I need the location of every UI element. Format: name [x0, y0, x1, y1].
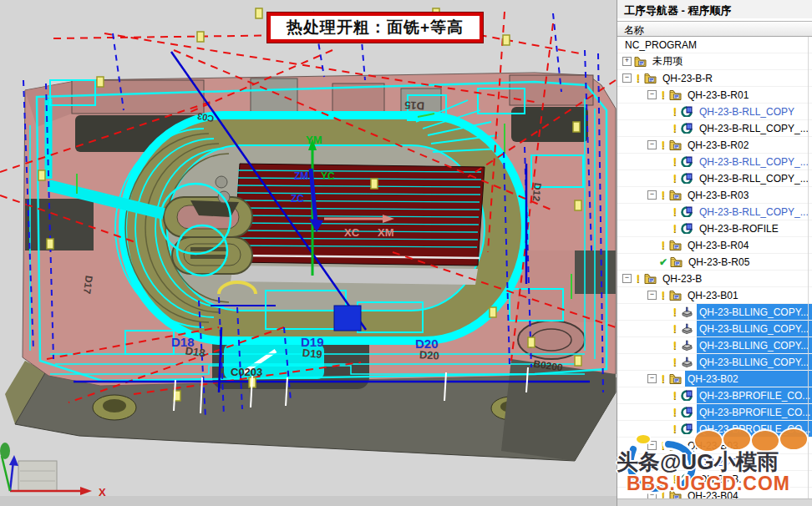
collapse-icon[interactable]: − [647, 374, 657, 383]
collapse-icon[interactable]: − [622, 73, 632, 83]
tree-row[interactable]: !QH-23-B... [617, 454, 812, 471]
engraved-d12: D12 [530, 182, 543, 202]
folder-icon [669, 373, 683, 384]
panel-title: 工序导航器 - 程序顺序 [617, 0, 812, 18]
exclamation-icon: ! [671, 205, 679, 218]
exclamation-icon: ! [671, 473, 679, 485]
engraved-c0203: C0203 [231, 366, 262, 378]
op-icon [681, 123, 695, 134]
tree-row[interactable]: !QH-23-BPROFILE_CO... [617, 421, 812, 438]
collapse-icon[interactable]: − [647, 190, 657, 200]
tree-row[interactable]: −!QH-23-B [617, 271, 812, 287]
tree-row[interactable]: !QH-23-B-RLL_COPY_... [617, 170, 812, 187]
tree-row[interactable]: −!QH-23-B03 [617, 438, 812, 454]
tree-row[interactable]: !QH-23-BLLING_COPY... [617, 354, 812, 371]
axis-label-zc: ZC [291, 193, 304, 205]
cad-model-view: YM YC ZM ZC XC XM D15 C03 D17 D12 D18 D1… [0, 0, 617, 506]
graphics-viewport[interactable]: YM YC ZM ZC XC XM D15 C03 D17 D12 D18 D1… [0, 0, 617, 506]
op-icon [681, 206, 695, 217]
tree-row[interactable]: !QH-23-B-RLL_COPY_... [617, 204, 812, 220]
tree-row[interactable]: !QH-23-BLLING_COPY... [617, 337, 812, 354]
axis-label-zm: ZM [294, 170, 308, 182]
engraved-d15: D15 [404, 99, 425, 112]
tree-row[interactable]: NC_PROGRAM [617, 37, 812, 53]
folder-icon [669, 139, 683, 150]
exclamation-icon: ! [671, 339, 679, 352]
tree-row-label: QH-23-B-RLL_COPY [697, 104, 812, 119]
operation-tree[interactable]: NC_PROGRAM+未用项−!QH-23-B-R−!QH-23-B-R01!Q… [617, 37, 812, 499]
tree-row-label: QH-23-B-R02 [685, 137, 812, 153]
annotation-banner: 热处理开粗：面铣+等高 [267, 13, 483, 43]
tree-row[interactable]: !QH-23-B-RLL_COPY [617, 104, 812, 120]
tree-row[interactable]: −!QH-23-B-R02 [617, 137, 812, 154]
tree-row-label: QH-23-BLLING_COPY... [697, 304, 812, 320]
tree-row-label: QH-23-BPROFILE_CO... [697, 404, 812, 420]
tree-row-label: QH-23-B-RLL_COPY_... [697, 170, 812, 186]
tree-row-label: QH-23-B-RLL_COPY_... [697, 120, 812, 136]
tree-row-label: QH-23-BLLING_COPY... [697, 354, 812, 370]
collapse-icon[interactable]: − [647, 140, 657, 149]
exclamation-icon: ! [659, 289, 667, 301]
tree-row-label: QH-23-B-RLL_COPY_... [697, 204, 812, 220]
op-icon [681, 423, 695, 434]
folder-icon [670, 256, 684, 267]
tree-row-label: QH-23-B... [697, 471, 812, 487]
folder-icon [644, 273, 658, 284]
tree-row[interactable]: −!QH-23-B04 [617, 488, 812, 499]
exclamation-icon: ! [659, 89, 667, 101]
exclamation-icon: ! [659, 439, 667, 452]
tree-row-label: QH-23-B-R05 [686, 254, 812, 270]
exclamation-icon: ! [671, 423, 679, 435]
exclamation-icon: ! [659, 189, 667, 201]
exclamation-icon: ! [659, 372, 667, 385]
application-window: YM YC ZM ZC XC XM D15 C03 D17 D12 D18 D1… [0, 0, 812, 506]
op-icon [681, 473, 695, 484]
tree-row[interactable]: !QH-23-B-RLL_COPY_... [617, 120, 812, 137]
column-header-name[interactable]: 名称 [617, 21, 812, 37]
tree-row-label: QH-23-B-R03 [685, 187, 812, 203]
banner-text: 热处理开粗：面铣+等高 [287, 17, 464, 38]
folder-icon [669, 89, 683, 100]
tree-row-label: QH-23-B [660, 271, 812, 286]
exclamation-icon: ! [659, 239, 667, 251]
tree-row[interactable]: !QH-23-B... [617, 471, 812, 488]
check-icon: ✔ [659, 256, 669, 268]
tree-row[interactable]: −!QH-23-B-R [617, 70, 812, 87]
tree-row[interactable]: ✔QH-23-B-R05 [617, 254, 812, 271]
exclamation-icon: ! [671, 306, 679, 318]
folder-icon [669, 290, 683, 301]
tree-row[interactable]: !QH-23-B-R04 [617, 237, 812, 254]
collapse-icon[interactable]: − [647, 441, 657, 450]
tree-row[interactable]: !QH-23-B-RLL_COPY_... [617, 154, 812, 170]
tree-row[interactable]: !QH-23-BPROFILE_CO... [617, 387, 812, 404]
tree-row-label: QH-23-B03 [685, 438, 812, 453]
collapse-icon[interactable]: − [647, 90, 657, 99]
tree-row-label: QH-23-BPROFILE_CO... [697, 387, 812, 403]
tree-row[interactable]: !QH-23-BPROFILE_CO... [617, 404, 812, 421]
tree-row[interactable]: −!QH-23-B-R01 [617, 87, 812, 104]
exclamation-icon: ! [671, 172, 679, 185]
collapse-icon[interactable]: − [647, 291, 657, 300]
collapse-icon[interactable]: − [622, 274, 632, 283]
exclamation-icon: ! [671, 456, 679, 468]
axis-label-xc: XC [344, 226, 360, 239]
horizontal-scrollbar[interactable] [617, 498, 812, 506]
tree-row[interactable]: +未用项 [617, 53, 812, 70]
tree-row[interactable]: −!QH-23-B01 [617, 287, 812, 304]
tree-row[interactable]: −!QH-23-B-R03 [617, 187, 812, 204]
op-icon [681, 223, 695, 234]
tree-row[interactable]: !QH-23-BLLING_COPY... [617, 321, 812, 337]
op-icon [681, 407, 695, 417]
folder-icon [634, 56, 648, 67]
tree-row-label: QH-23-B04 [685, 488, 812, 499]
tree-row-label: QH-23-B02 [685, 371, 812, 387]
tree-row[interactable]: −!QH-23-B02 [617, 371, 812, 387]
axis-label-yc: YC [321, 170, 335, 182]
tree-row[interactable]: !QH-23-B-ROFILE [617, 220, 812, 237]
tree-row[interactable]: !QH-23-BLLING_COPY... [617, 304, 812, 321]
exclamation-icon: ! [671, 406, 679, 418]
label-d19: D19 [301, 335, 324, 349]
expand-icon[interactable]: + [622, 57, 632, 66]
tree-row-label: QH-23-BLLING_COPY... [697, 337, 812, 353]
tree-row-label: QH-23-B-RLL_COPY_... [697, 154, 812, 170]
